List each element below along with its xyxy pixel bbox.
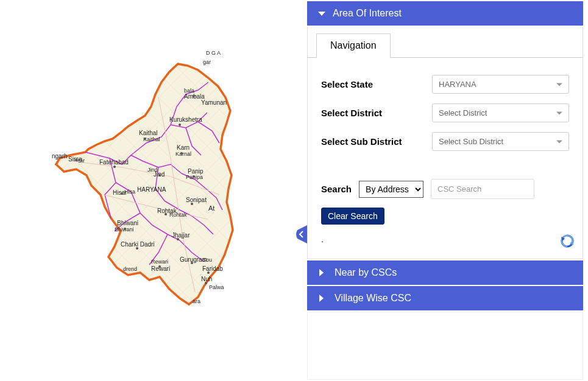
svg-point-54 [177,238,179,240]
svg-point-46 [180,152,183,155]
svg-point-43 [144,138,146,140]
svg-text:D G A: D G A [206,50,221,56]
accordion-village-wise-csc[interactable]: Village Wise CSC [307,286,583,310]
svg-point-41 [75,159,77,161]
svg-text:drend: drend [123,266,137,272]
map-panel[interactable]: ngarh Sirsa Sir Fatehabad Kaithal Kaitha… [0,0,307,381]
svg-text:ngarh: ngarh [52,153,68,159]
svg-point-55 [158,265,161,268]
search-label: Search [321,184,352,194]
svg-text:Kaithal: Kaithal [139,130,158,136]
svg-point-53 [136,247,138,250]
empty-panel [307,312,583,380]
accordion-near-by-cscs[interactable]: Near by CSCs [307,260,583,285]
svg-point-45 [193,95,195,97]
svg-text:gar: gar [203,59,211,65]
svg-text:Charki Dadri: Charki Dadri [121,241,155,248]
svg-point-57 [207,271,210,274]
svg-text:Fatehabad: Fatehabad [99,159,129,166]
search-mode-select[interactable]: By Address [359,181,423,198]
accordion-area-of-interest[interactable]: Area Of Interest [307,1,583,26]
subdistrict-dropdown[interactable]: Select Sub District [432,132,569,151]
svg-text:Rohtak: Rohtak [169,212,187,218]
svg-point-50 [191,203,193,205]
tab-row: Navigation [308,27,583,58]
tab-label: Navigation [330,40,377,51]
svg-text:Faridab: Faridab [202,265,223,272]
panel-collapse-handle[interactable] [295,225,307,243]
accordion-title: Village Wise CSC [335,293,411,304]
svg-point-47 [158,174,161,177]
svg-point-51 [165,213,167,215]
chevron-right-icon [319,295,327,302]
subdistrict-value: Select Sub District [439,137,503,146]
clear-label: Clear Search [328,211,378,221]
svg-text:Yamunan: Yamunan [201,99,227,106]
csc-search-input[interactable] [431,179,534,199]
svg-text:At: At [208,204,214,212]
svg-text:Sir: Sir [78,158,85,164]
svg-text:bala: bala [184,88,194,94]
district-label: Select District [321,108,432,118]
clear-search-button[interactable]: Clear Search [321,208,384,225]
svg-text:Rewari: Rewari [151,259,168,265]
refresh-icon[interactable] [559,233,575,251]
district-dropdown[interactable]: Select District [432,103,569,122]
chevron-down-icon [556,111,562,114]
svg-point-52 [124,228,126,230]
right-panel: Area Of Interest Navigation Select State… [307,0,588,381]
state-value: HARYANA [439,80,476,89]
subdistrict-label: Select Sub District [321,136,432,147]
accordion-title: Near by CSCs [335,267,397,278]
state-label: Select State [321,79,432,89]
svg-point-44 [179,124,181,126]
haryana-map[interactable]: ngarh Sirsa Sir Fatehabad Kaithal Kaitha… [49,37,268,316]
svg-text:Jind: Jind [147,167,158,173]
svg-text:Karn: Karn [177,144,190,151]
svg-text:Nuh: Nuh [201,276,212,282]
svg-point-42 [113,166,116,168]
svg-point-58 [205,282,207,284]
svg-point-48 [193,175,195,178]
status-dot: . [308,234,583,259]
chevron-down-icon [556,140,562,143]
svg-text:Jhajjar: Jhajjar [172,232,190,239]
svg-text:Bhiwani: Bhiwani [117,220,138,226]
chevron-down-icon [556,83,562,86]
svg-text:ara: ara [193,298,200,304]
state-dropdown[interactable]: HARYANA [432,75,569,94]
svg-text:Hisa: Hisa [124,189,135,195]
svg-point-56 [191,262,193,264]
svg-text:HARYANA: HARYANA [137,186,166,193]
chevron-down-icon [318,12,325,16]
svg-text:Kurukshetra: Kurukshetra [169,116,202,123]
chevron-right-icon [319,269,327,276]
accordion-title: Area Of Interest [333,8,402,19]
tab-navigation[interactable]: Navigation [316,33,391,58]
area-of-interest-body: Navigation Select State HARYANA Select D… [307,27,583,259]
svg-text:Karnal: Karnal [175,151,191,157]
svg-text:Sonipat: Sonipat [186,197,207,203]
svg-point-49 [121,192,123,195]
svg-text:Palwa: Palwa [209,284,224,290]
svg-text:Sou: Sou [202,257,212,263]
district-value: Select District [439,108,487,117]
